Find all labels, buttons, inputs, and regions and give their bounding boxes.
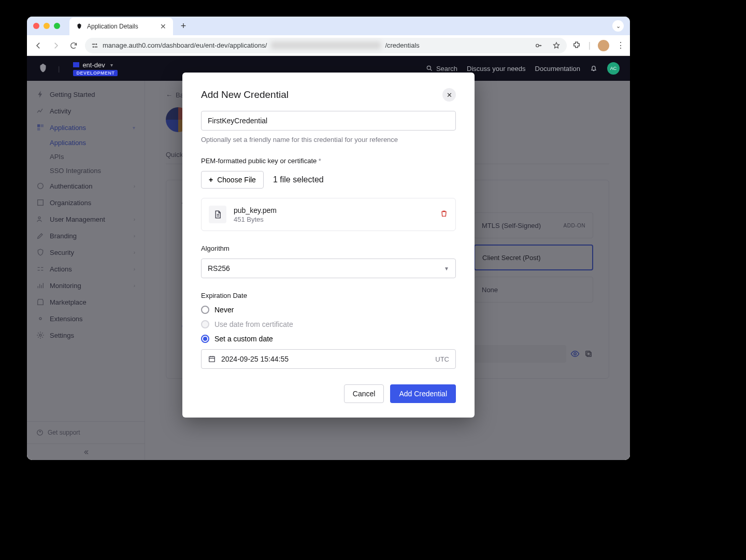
site-settings-icon	[91, 42, 98, 49]
modal-close-button[interactable]: ✕	[442, 88, 456, 102]
window-controls	[33, 23, 60, 29]
plus-icon: +	[209, 176, 213, 184]
svg-point-6	[427, 66, 431, 69]
calendar-icon	[208, 355, 216, 363]
search-link[interactable]: Search	[426, 65, 457, 73]
browser-window: Application Details ✕ + ⌄ manage.auth0.c…	[27, 17, 630, 460]
add-credential-modal: Add New Credential ✕ Optionally set a fr…	[182, 73, 475, 418]
close-icon: ✕	[447, 91, 452, 99]
svg-point-4	[536, 44, 539, 47]
modal-title: Add New Credential	[201, 89, 289, 100]
reload-icon	[69, 41, 78, 50]
date-timezone: UTC	[435, 355, 449, 363]
browser-tab[interactable]: Application Details ✕	[69, 18, 173, 35]
svg-rect-1	[94, 46, 97, 47]
bookmark-star-icon[interactable]	[552, 41, 561, 50]
tabs-dropdown-button[interactable]: ⌄	[612, 20, 624, 32]
svg-rect-19	[209, 356, 215, 362]
radio-never[interactable]: Never	[201, 306, 456, 314]
chrome-tab-bar: Application Details ✕ + ⌄	[27, 17, 630, 35]
expiration-label: Expiration Date	[201, 292, 456, 299]
trash-icon	[440, 209, 448, 218]
pem-label: PEM-formatted public key or certificate	[201, 157, 456, 165]
chevron-down-icon: ▾	[110, 62, 113, 68]
password-key-icon[interactable]	[535, 41, 543, 50]
file-document-icon	[209, 206, 226, 223]
chrome-url-bar: manage.auth0.com/dashboard/eu/ent-dev/ap…	[27, 35, 630, 56]
discuss-link[interactable]: Discuss your needs	[467, 65, 525, 73]
credential-name-input[interactable]	[201, 111, 456, 131]
maximize-window-button[interactable]	[54, 23, 60, 29]
radio-icon	[201, 306, 209, 314]
add-credential-button[interactable]: Add Credential	[390, 384, 456, 403]
tenant-switcher[interactable]: ent-dev ▾ DEVELOPMENT	[73, 61, 118, 76]
file-name: pub_key.pem	[234, 206, 277, 214]
remove-file-button[interactable]	[440, 209, 448, 220]
choose-file-button[interactable]: + Choose File	[201, 171, 264, 189]
back-button[interactable]	[32, 39, 45, 52]
notifications-bell-icon[interactable]	[590, 64, 598, 73]
new-tab-button[interactable]: +	[176, 19, 191, 33]
svg-rect-0	[92, 44, 95, 45]
radio-icon	[201, 335, 209, 343]
cancel-button[interactable]: Cancel	[344, 384, 384, 403]
chrome-actions: | ⋮	[572, 40, 625, 51]
url-suffix: /credentials	[385, 41, 419, 49]
algorithm-label: Algorithm	[201, 245, 456, 252]
svg-point-3	[93, 46, 94, 48]
credential-name-hint: Optionally set a friendly name for this …	[201, 136, 456, 143]
modal-footer: Cancel Add Credential	[182, 379, 475, 418]
chrome-menu-button[interactable]: ⋮	[616, 40, 625, 50]
chevron-down-icon: ▼	[444, 266, 449, 271]
custom-date-input[interactable]: 2024-09-25 15:44:55 UTC	[201, 349, 456, 369]
auth0-logo-icon	[37, 63, 49, 74]
close-tab-icon[interactable]: ✕	[160, 23, 167, 30]
uploaded-file-card: pub_key.pem 451 Bytes	[201, 198, 456, 231]
arrow-left-icon	[34, 41, 43, 50]
url-redacted: XXXXXXXXXXXXXXXXXXXXXXXX	[271, 41, 381, 49]
forward-button[interactable]	[50, 39, 62, 52]
tab-title: Application Details	[87, 23, 138, 30]
reload-button[interactable]	[67, 39, 80, 52]
tenant-name: ent-dev	[82, 61, 105, 69]
extensions-icon[interactable]	[572, 41, 581, 50]
arrow-right-icon	[51, 41, 61, 50]
algorithm-value: RS256	[208, 264, 230, 272]
date-value: 2024-09-25 15:44:55	[221, 355, 289, 363]
search-icon	[426, 65, 433, 72]
file-size: 451 Bytes	[234, 216, 277, 223]
algorithm-select[interactable]: RS256 ▼	[201, 259, 456, 278]
radio-custom-date[interactable]: Set a custom date	[201, 335, 456, 343]
documentation-link[interactable]: Documentation	[535, 65, 580, 73]
auth0-favicon-icon	[76, 23, 83, 30]
url-prefix: manage.auth0.com/dashboard/eu/ent-dev/ap…	[103, 41, 267, 49]
environment-badge: DEVELOPMENT	[73, 70, 118, 76]
close-window-button[interactable]	[33, 23, 39, 29]
svg-rect-5	[73, 62, 79, 67]
user-avatar[interactable]: AC	[607, 62, 620, 75]
profile-avatar[interactable]	[598, 40, 609, 51]
eu-flag-icon	[73, 62, 79, 67]
address-bar[interactable]: manage.auth0.com/dashboard/eu/ent-dev/ap…	[85, 38, 567, 53]
file-selected-text: 1 file selected	[273, 175, 324, 184]
minimize-window-button[interactable]	[44, 23, 50, 29]
svg-point-2	[95, 43, 97, 45]
radio-icon	[201, 320, 209, 328]
radio-use-cert-date: Use date from certificate	[201, 320, 456, 328]
